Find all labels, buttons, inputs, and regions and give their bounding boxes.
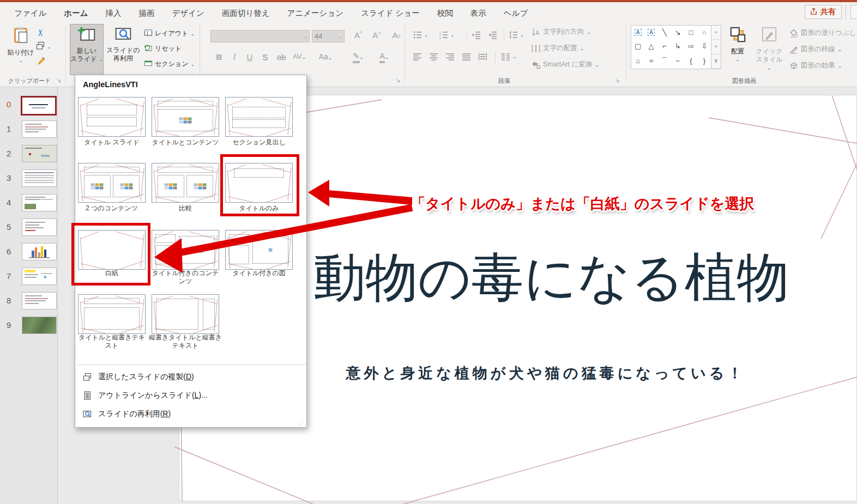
tab-file[interactable]: ファイル — [5, 4, 55, 23]
tab-home[interactable]: ホーム — [55, 4, 96, 23]
shape-outline-button[interactable]: 図形の枠線⌄ — [789, 45, 842, 54]
right-arrow-icon[interactable]: ⇨ — [684, 39, 697, 53]
vertical-textbox-icon[interactable]: A — [644, 26, 657, 39]
slide-thumbnail-5[interactable] — [22, 218, 57, 236]
oval-icon[interactable]: ○ — [698, 26, 711, 39]
elbow-connector-icon[interactable]: ⌐ — [658, 39, 671, 53]
layout-button[interactable]: レイアウト⌄ — [144, 28, 195, 39]
left-brace-icon[interactable]: { — [684, 53, 697, 69]
comments-button-partial[interactable] — [850, 5, 857, 19]
columns-button[interactable]: ⌄ — [502, 52, 517, 61]
tab-help[interactable]: ヘルプ — [495, 4, 537, 23]
menu-item-reuse-slides[interactable]: スライドの再利用(R) — [75, 405, 307, 423]
shape-effects-button[interactable]: 図形の効果⌄ — [789, 61, 842, 70]
align-left-button[interactable] — [413, 52, 422, 61]
align-text-button[interactable]: 文字の配置⌄ — [532, 44, 584, 53]
increase-indent-button[interactable] — [488, 31, 497, 39]
change-case-button[interactable]: Aa⌄ — [316, 52, 335, 61]
layout-option-title-slide[interactable]: タイトル スライド — [78, 97, 146, 137]
slide-title-text[interactable]: 動物の毒になる植物 — [245, 243, 857, 314]
resize-grip[interactable]: .: — [299, 419, 303, 426]
layout-option-content-with-caption[interactable]: タイトル付きのコンテンツ — [152, 230, 219, 270]
format-painter-button[interactable] — [37, 57, 46, 67]
convert-smartart-button[interactable]: SmartArt に変換⌄ — [532, 60, 599, 69]
quick-styles-button[interactable]: クイック スタイル ⌄ — [753, 24, 785, 75]
scribble-icon[interactable]: ≈ — [644, 53, 657, 69]
paragraph-dialog-launcher[interactable]: ↘ — [615, 77, 621, 84]
freeform-icon[interactable]: ⌂ — [631, 53, 644, 69]
share-button[interactable]: 共有 — [805, 5, 842, 19]
clear-formatting-button[interactable]: A◊ — [388, 31, 405, 40]
italic-button[interactable]: I — [228, 52, 241, 62]
layout-option-title-and-vertical-text[interactable]: タイトルと縦書きテキスト — [78, 294, 146, 334]
layout-option-blank[interactable]: 白紙 — [78, 230, 146, 270]
slide-thumbnail-2[interactable] — [22, 145, 57, 162]
shape-fill-button[interactable]: 図形の塗りつぶし — [789, 28, 856, 38]
slide-thumbnail-6[interactable] — [22, 243, 57, 260]
curve-icon[interactable]: ~ — [671, 53, 684, 69]
arrange-button[interactable]: 配置 ⌄ — [725, 24, 750, 75]
highlight-color-button[interactable]: ✎⌄ — [349, 51, 367, 61]
bullets-button[interactable]: ⌄ — [413, 31, 428, 39]
underline-button[interactable]: U — [243, 52, 256, 62]
shapes-scroll-up[interactable]: ˄ — [711, 26, 721, 40]
font-name-combo[interactable]: ⌄ — [210, 30, 310, 42]
slide-subtitle-text[interactable]: 意外と身近な植物が犬や猫の猛毒になっている！ — [234, 363, 857, 383]
layout-option-picture-with-caption[interactable]: ▣タイトル付きの図 — [225, 230, 293, 270]
slide-thumbnail-4[interactable] — [22, 194, 57, 211]
textbox-icon[interactable]: A — [631, 26, 644, 39]
slide-thumbnail-0[interactable] — [21, 96, 57, 116]
paste-dropdown-chevron[interactable]: ⌄ — [19, 57, 23, 65]
triangle-icon[interactable]: △ — [644, 39, 657, 53]
section-button[interactable]: セクション⌄ — [144, 59, 195, 69]
distribute-button[interactable] — [479, 52, 487, 61]
line-spacing-button[interactable]: ⌄ — [509, 31, 524, 39]
slide-thumbnail-9[interactable] — [22, 317, 57, 334]
slide-thumbnail-1[interactable] — [22, 120, 57, 138]
layout-option-section-header[interactable]: セクション見出し — [225, 97, 293, 137]
strikethrough-button[interactable]: ab — [274, 52, 289, 62]
copy-button[interactable]: ⌄ — [36, 41, 51, 52]
reset-button[interactable]: リセット — [144, 44, 182, 54]
layout-option-title-and-content[interactable]: タイトルとコンテンツ — [152, 97, 219, 137]
decrease-font-size-button[interactable]: A˅ — [369, 31, 385, 40]
tab-view[interactable]: 表示 — [462, 4, 495, 23]
rounded-rectangle-icon[interactable]: ▢ — [631, 39, 644, 53]
layout-option-comparison[interactable]: 比較 — [152, 163, 219, 203]
font-dialog-launcher[interactable]: ↘ — [396, 77, 402, 84]
increase-font-size-button[interactable]: A^ — [350, 31, 366, 40]
tab-transitions[interactable]: 画面切り替え — [213, 4, 279, 23]
character-spacing-button[interactable]: AV⌄ — [291, 52, 307, 60]
line-icon[interactable]: ╲ — [658, 26, 671, 39]
slide-thumbnail-7[interactable]: + — [22, 268, 57, 285]
font-size-combo[interactable]: 44⌄ — [312, 30, 345, 42]
text-shadow-button[interactable]: S — [258, 52, 271, 62]
tab-animations[interactable]: アニメーション — [279, 4, 353, 23]
tab-review[interactable]: 校閲 — [428, 4, 462, 23]
align-center-button[interactable] — [430, 52, 438, 61]
elbow-arrow-icon[interactable]: ↳ — [671, 39, 684, 53]
paste-button[interactable]: 貼り付け ⌄ — [7, 24, 35, 75]
clipboard-dialog-launcher[interactable]: ↘ — [57, 77, 63, 84]
tab-draw[interactable]: 描画 — [130, 4, 164, 23]
menu-item-duplicate-selected-slides[interactable]: 選択したスライドの複製(D) — [75, 368, 307, 386]
text-direction-button[interactable]: A文字列の方向⌄ — [532, 27, 591, 37]
cut-button[interactable]: ✂ — [37, 27, 44, 38]
arc-icon[interactable]: ⌒ — [658, 53, 671, 69]
layout-option-vertical-title-and-text[interactable]: 縦書きタイトルと縦書きテキスト — [152, 294, 219, 334]
layout-option-two-content[interactable]: 2 つのコンテンツ — [78, 163, 146, 203]
menu-item-slides-from-outline[interactable]: アウトラインからスライド(L)... — [75, 386, 307, 404]
numbering-button[interactable]: 123⌄ — [439, 31, 455, 39]
tab-insert[interactable]: 挿入 — [97, 4, 130, 23]
justify-button[interactable] — [462, 52, 471, 61]
down-arrow-icon[interactable]: ⇩ — [698, 39, 711, 53]
bold-button[interactable]: B — [213, 52, 226, 62]
tab-slideshow[interactable]: スライド ショー — [352, 4, 428, 23]
slide-thumbnail-8[interactable] — [22, 292, 57, 309]
font-color-button[interactable]: A⌄ — [375, 51, 394, 60]
align-right-button[interactable] — [446, 52, 455, 61]
arrow-line-icon[interactable]: ↘ — [671, 26, 684, 39]
reuse-slides-button[interactable]: スライドの 再利用 — [106, 24, 141, 75]
new-slide-button[interactable]: 新しい スライド ⌄ — [70, 24, 104, 75]
tab-design[interactable]: デザイン — [164, 4, 213, 23]
